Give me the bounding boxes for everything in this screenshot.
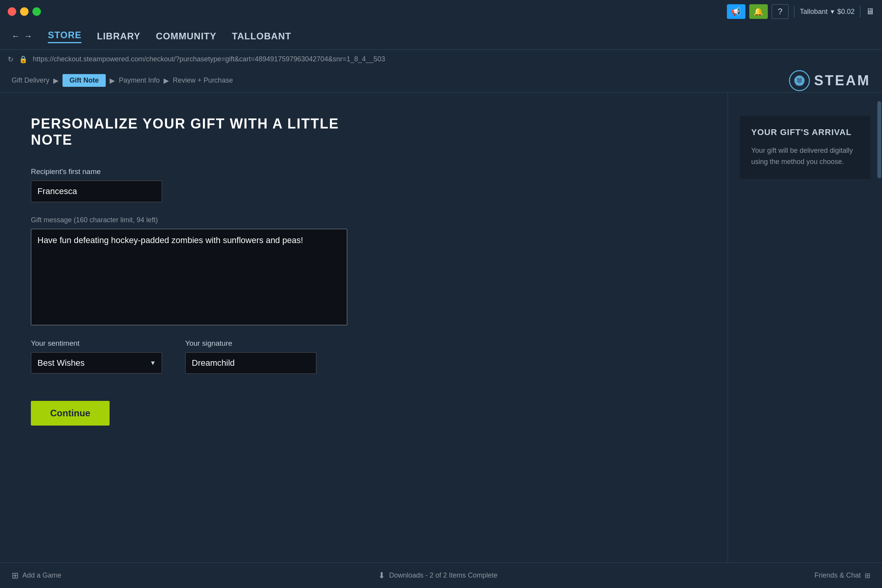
titlebar-right: 📢 🔔 ? Tallobant ▾ $0.02 🖥 <box>727 4 874 19</box>
nav-store[interactable]: STORE <box>48 30 81 43</box>
recipient-label: Recipient's first name <box>31 167 363 176</box>
window-frame: 📢 🔔 ? Tallobant ▾ $0.02 🖥 ← → STORE LIBR… <box>0 0 882 588</box>
separator2 <box>860 6 860 17</box>
steam-logo-text: STEAM <box>814 73 870 89</box>
chat-icon: ⊞ <box>865 571 870 580</box>
gift-arrival-box: YOUR GIFT'S ARRIVAL Your gift will be de… <box>740 116 870 179</box>
nav-community[interactable]: COMMUNITY <box>156 31 216 42</box>
scrollbar-thumb[interactable] <box>877 101 881 178</box>
download-icon: ⬇ <box>378 571 385 581</box>
add-game-label: Add a Game <box>22 571 61 580</box>
username-label: Tallobant <box>800 8 828 16</box>
close-button[interactable] <box>8 7 16 16</box>
help-button[interactable]: ? <box>772 4 789 19</box>
bottom-right: Friends & Chat ⊞ <box>814 571 870 580</box>
friends-chat-item[interactable]: Friends & Chat ⊞ <box>814 571 870 580</box>
fullscreen-button[interactable] <box>32 7 41 16</box>
refresh-icon[interactable]: ↻ <box>8 55 14 64</box>
downloads-label: Downloads - 2 of 2 Items Complete <box>389 571 497 580</box>
breadcrumb-arrow-2: ▶ <box>110 76 115 85</box>
signature-label: Your signature <box>185 339 316 348</box>
url-display: https://checkout.steampowered.com/checko… <box>33 55 874 63</box>
sidebar-description: Your gift will be delivered digitally us… <box>751 145 859 167</box>
broadcast-button[interactable]: 📢 <box>727 4 745 19</box>
sentiment-select[interactable]: Best Wishes Happy Birthday Congratulatio… <box>31 352 162 373</box>
sidebar-title: YOUR GIFT'S ARRIVAL <box>751 127 859 137</box>
nav-library[interactable]: LIBRARY <box>97 31 140 42</box>
plus-icon: ⊞ <box>12 571 19 581</box>
titlebar: 📢 🔔 ? Tallobant ▾ $0.02 🖥 <box>0 0 882 23</box>
message-char-label: Gift message (160 character limit, 94 le… <box>31 216 363 224</box>
signature-input[interactable] <box>185 352 316 374</box>
right-sidebar: YOUR GIFT'S ARRIVAL Your gift will be de… <box>728 93 882 563</box>
two-col-fields: Your sentiment Best Wishes Happy Birthda… <box>31 339 363 374</box>
back-icon[interactable]: ← <box>12 31 20 41</box>
continue-button[interactable]: Continue <box>31 401 110 426</box>
signature-group: Your signature <box>185 339 316 374</box>
navbar: ← → STORE LIBRARY COMMUNITY TALLOBANT <box>0 23 882 49</box>
add-game-item[interactable]: ⊞ Add a Game <box>12 571 61 581</box>
content-area: PERSONALIZE YOUR GIFT WITH A LITTLE NOTE… <box>0 93 728 563</box>
addressbar: ↻ 🔒 https://checkout.steampowered.com/ch… <box>0 49 882 69</box>
bottom-center: ⬇ Downloads - 2 of 2 Items Complete <box>61 571 814 581</box>
page-title: PERSONALIZE YOUR GIFT WITH A LITTLE NOTE <box>31 116 363 148</box>
friends-chat-label: Friends & Chat <box>814 571 861 580</box>
scrollbar[interactable] <box>877 93 882 563</box>
monitor-icon: 🖥 <box>866 7 874 17</box>
breadcrumb-arrow-3: ▶ <box>164 76 169 85</box>
sentiment-group: Your sentiment Best Wishes Happy Birthda… <box>31 339 162 374</box>
user-info: Tallobant ▾ $0.02 <box>800 7 855 16</box>
separator <box>794 6 794 17</box>
traffic-lights <box>8 7 41 16</box>
steam-logo-icon <box>789 70 810 91</box>
sentiment-label: Your sentiment <box>31 339 162 348</box>
chevron-down-icon: ▾ <box>831 7 834 16</box>
lock-icon: 🔒 <box>19 55 27 64</box>
notifications-button[interactable]: 🔔 <box>749 4 768 19</box>
broadcast-icon: 📢 <box>731 7 741 16</box>
breadcrumb-payment-info[interactable]: Payment Info <box>119 76 160 84</box>
breadcrumb-gift-delivery[interactable]: Gift Delivery <box>12 76 49 84</box>
bell-icon: 🔔 <box>754 7 763 16</box>
user-balance: $0.02 <box>837 8 855 16</box>
recipient-input[interactable] <box>31 181 162 202</box>
forward-icon[interactable]: → <box>24 31 32 41</box>
minimize-button[interactable] <box>20 7 29 16</box>
bottom-bar: ⊞ Add a Game ⬇ Downloads - 2 of 2 Items … <box>0 563 882 588</box>
form-section: PERSONALIZE YOUR GIFT WITH A LITTLE NOTE… <box>31 116 363 426</box>
breadcrumb-bar: Gift Delivery ▶ Gift Note ▶ Payment Info… <box>0 69 882 93</box>
downloads-item[interactable]: ⬇ Downloads - 2 of 2 Items Complete <box>378 571 497 581</box>
steam-logo: STEAM <box>789 70 870 91</box>
breadcrumb-review-purchase[interactable]: Review + Purchase <box>173 76 233 84</box>
main-content: PERSONALIZE YOUR GIFT WITH A LITTLE NOTE… <box>0 93 882 563</box>
message-textarea[interactable]: Have fun defeating hockey-padded zombies… <box>31 229 347 325</box>
breadcrumb-arrow-1: ▶ <box>53 76 59 85</box>
breadcrumb-gift-note[interactable]: Gift Note <box>63 74 106 87</box>
back-forward: ← → <box>12 31 32 41</box>
sentiment-select-wrapper: Best Wishes Happy Birthday Congratulatio… <box>31 352 162 373</box>
nav-tallobant[interactable]: TALLOBANT <box>232 31 291 42</box>
question-icon: ? <box>778 7 782 17</box>
